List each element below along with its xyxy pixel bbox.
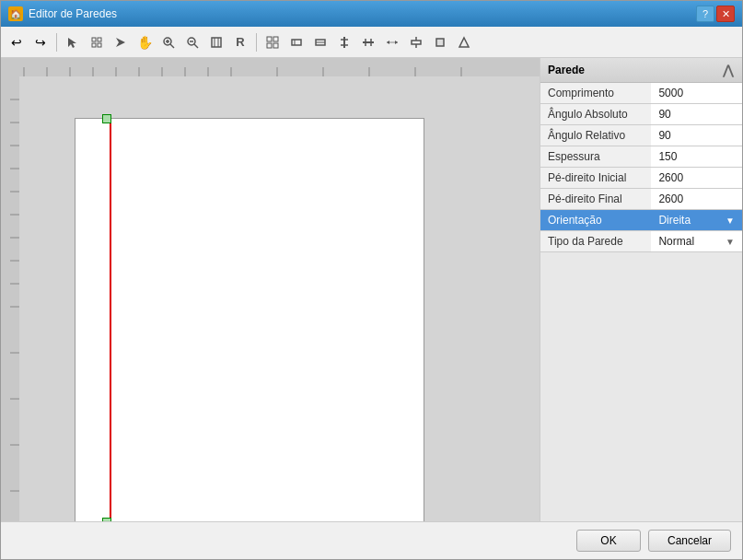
svg-rect-0 <box>92 38 96 41</box>
prop-value-pe-inicial[interactable]: 2600 <box>651 168 742 189</box>
wall-line <box>110 119 111 521</box>
prop-value-pe-final[interactable]: 2600 <box>651 189 742 210</box>
svg-rect-19 <box>292 40 301 45</box>
panel-title: Parede <box>548 64 585 76</box>
prop-row-tipo: Tipo da Parede Normal ▼ <box>540 231 742 252</box>
main-window: 🏠 Editor de Paredes ? ✕ ↩ ↪ ✋ R <box>0 0 743 560</box>
orientacao-value: Direita <box>658 214 691 227</box>
svg-rect-16 <box>273 37 278 41</box>
select2-button[interactable] <box>86 31 108 53</box>
zoom-in-button[interactable] <box>157 31 180 53</box>
grid-button[interactable] <box>261 31 284 53</box>
tool7-button[interactable] <box>429 31 451 53</box>
svg-rect-17 <box>267 43 272 48</box>
tool1-button[interactable] <box>285 31 308 53</box>
ok-button[interactable]: OK <box>576 530 641 552</box>
title-buttons: ? ✕ <box>696 6 735 22</box>
properties-table: Comprimento 5000 Ângulo Absoluto 90 Ângu… <box>540 83 742 252</box>
svg-rect-35 <box>436 39 444 46</box>
prop-value-orientacao[interactable]: Direita ▼ <box>651 210 742 231</box>
tool6-button[interactable] <box>405 31 427 53</box>
svg-line-6 <box>170 44 174 48</box>
help-button[interactable]: ? <box>696 6 714 22</box>
svg-rect-12 <box>212 38 221 47</box>
app-icon: 🏠 <box>8 6 23 21</box>
wall-endpoint-top <box>102 114 111 123</box>
bottom-bar: OK Cancelar <box>1 521 742 559</box>
toolbar: ↩ ↪ ✋ R <box>1 27 742 58</box>
svg-rect-53 <box>1 76 19 521</box>
prop-label-angulo-relativo: Ângulo Relativo <box>540 125 651 146</box>
prop-value-comprimento[interactable]: 5000 <box>651 83 742 104</box>
wall-endpoint-bottom <box>102 518 111 521</box>
svg-marker-36 <box>459 38 469 47</box>
close-button[interactable]: ✕ <box>716 6 735 22</box>
svg-marker-4 <box>116 38 125 47</box>
prop-label-pe-inicial: Pé-direito Inicial <box>540 168 651 189</box>
zoom-out-button[interactable] <box>181 31 203 53</box>
title-bar: 🏠 Editor de Paredes ? ✕ <box>1 1 742 27</box>
tool8-button[interactable] <box>453 31 475 53</box>
prop-value-tipo[interactable]: Normal ▼ <box>651 231 742 252</box>
svg-rect-1 <box>98 38 101 41</box>
tipo-value: Normal <box>658 235 694 248</box>
cancel-button[interactable]: Cancelar <box>648 530 731 552</box>
redo-button[interactable]: ↪ <box>29 31 52 53</box>
prop-row-comprimento: Comprimento 5000 <box>540 83 742 104</box>
prop-label-comprimento: Comprimento <box>540 83 651 104</box>
svg-rect-3 <box>98 43 101 47</box>
tool2-button[interactable] <box>309 31 331 53</box>
svg-rect-32 <box>412 41 421 44</box>
prop-label-orientacao: Orientação <box>540 210 651 231</box>
svg-marker-31 <box>395 41 398 44</box>
main-content: Clique e arraste para adicionar uma linh… <box>1 58 742 521</box>
window-title: Editor de Paredes <box>29 7 117 20</box>
right-panel: Parede ⋀ Comprimento 5000 Ângulo Absolut… <box>540 58 742 521</box>
prop-row-angulo-absoluto: Ângulo Absoluto 90 <box>540 104 742 125</box>
orientacao-dropdown-arrow: ▼ <box>726 216 735 226</box>
tool5-button[interactable] <box>381 31 403 53</box>
orientacao-dropdown-cell[interactable]: Direita ▼ <box>658 214 735 227</box>
prop-row-pe-inicial: Pé-direito Inicial 2600 <box>540 168 742 189</box>
canvas-inner[interactable] <box>19 76 540 521</box>
hand-button[interactable]: ✋ <box>134 31 156 53</box>
svg-rect-18 <box>273 43 278 48</box>
svg-rect-37 <box>1 58 540 76</box>
prop-row-angulo-relativo: Ângulo Relativo 90 <box>540 125 742 146</box>
canvas-area[interactable]: Clique e arraste para adicionar uma linh… <box>1 58 540 521</box>
prop-row-espessura: Espessura 150 <box>540 146 742 168</box>
prop-label-pe-final: Pé-direito Final <box>540 189 651 210</box>
title-bar-left: 🏠 Editor de Paredes <box>8 6 117 21</box>
arrow-button[interactable] <box>110 31 132 53</box>
svg-line-10 <box>194 44 198 48</box>
drawing-paper <box>75 118 424 521</box>
toolbar-sep-1 <box>56 33 57 52</box>
svg-rect-2 <box>92 43 96 47</box>
prop-value-angulo-absoluto[interactable]: 90 <box>651 104 742 125</box>
r-tool-button[interactable]: R <box>229 31 251 53</box>
select-button[interactable] <box>62 31 84 53</box>
svg-rect-15 <box>267 37 272 41</box>
prop-label-angulo-absoluto: Ângulo Absoluto <box>540 104 651 125</box>
tipo-dropdown-arrow: ▼ <box>726 237 735 247</box>
svg-marker-30 <box>387 41 389 44</box>
undo-button[interactable]: ↩ <box>6 31 28 53</box>
prop-label-espessura: Espessura <box>540 146 651 168</box>
ruler-top <box>1 58 540 76</box>
tipo-dropdown-cell[interactable]: Normal ▼ <box>658 235 735 248</box>
zoom-fit-button[interactable] <box>205 31 227 53</box>
prop-row-pe-final: Pé-direito Final 2600 <box>540 189 742 210</box>
panel-collapse-button[interactable]: ⋀ <box>720 63 735 77</box>
panel-header: Parede ⋀ <box>540 58 742 83</box>
ruler-left <box>1 76 19 521</box>
tool3-button[interactable] <box>333 31 355 53</box>
toolbar-sep-2 <box>256 33 257 52</box>
prop-value-angulo-relativo[interactable]: 90 <box>651 125 742 146</box>
prop-label-tipo: Tipo da Parede <box>540 231 651 252</box>
prop-row-orientacao: Orientação Direita ▼ <box>540 210 742 231</box>
prop-value-espessura[interactable]: 150 <box>651 146 742 168</box>
tool4-button[interactable] <box>357 31 379 53</box>
